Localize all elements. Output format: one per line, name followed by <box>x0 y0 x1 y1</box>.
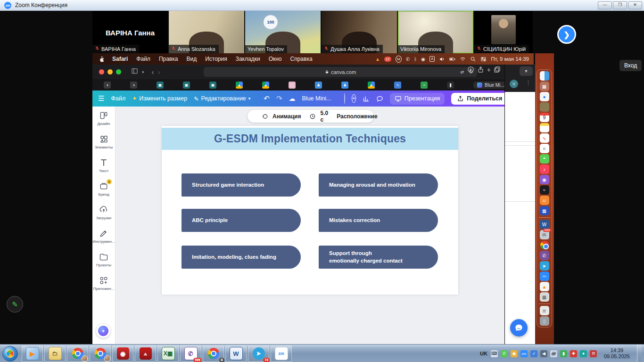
taskbar-zoom-app[interactable]: zm <box>271 346 292 362</box>
tab-green-plus-icon[interactable]: + <box>421 82 428 89</box>
taskbar-clock[interactable]: 14:39 09.05.2025 <box>600 347 634 360</box>
taskbar-chrome-3[interactable]: B <box>203 346 224 362</box>
teal-tray-icon[interactable]: ● <box>580 350 587 357</box>
viber-icon[interactable]: ✆ <box>406 56 410 62</box>
control-center-icon[interactable] <box>480 56 487 62</box>
tab-teal-2-icon[interactable]: ▣ <box>183 82 190 89</box>
vlc-dock-icon[interactable]: ▲ <box>540 282 549 291</box>
sidebar-item-apps[interactable]: Приложен... <box>92 272 115 295</box>
launchpad-icon[interactable]: ▦ <box>540 82 549 91</box>
new-tab-icon[interactable]: + <box>487 66 491 75</box>
network-tray-icon[interactable]: ᚎ <box>550 350 557 357</box>
fitness-icon[interactable]: ∿ <box>540 133 549 143</box>
tab-teal-1-icon[interactable]: ▣ <box>157 82 164 89</box>
help-chat-bubble[interactable] <box>510 319 528 337</box>
share-icon[interactable] <box>477 66 484 75</box>
sidebar-item-brand[interactable]: ♛Бренд <box>92 177 115 201</box>
zoom-traffic-light[interactable] <box>116 69 121 74</box>
share-button[interactable]: Поделиться <box>451 93 508 105</box>
messages-icon[interactable]: ❝ <box>540 154 549 164</box>
sidebar-item-projects[interactable]: Проекты <box>92 248 115 272</box>
taskbar-chrome-2[interactable] <box>90 346 111 362</box>
sidebar-item-elements[interactable]: Элементы <box>92 130 115 154</box>
close-button[interactable]: ✕ <box>628 1 642 9</box>
chevron-down-icon[interactable]: ▾ <box>520 66 533 76</box>
back-icon[interactable]: ‹ <box>152 68 154 76</box>
tab-teal-3-icon[interactable]: ▣ <box>209 82 216 89</box>
menu-item[interactable]: Файл <box>132 56 155 62</box>
participant-tile[interactable]: 100Yevhen Topalov <box>245 11 321 53</box>
next-participants-button[interactable]: ❯ <box>557 25 576 44</box>
redo-icon[interactable]: ↷ <box>276 94 282 103</box>
volume-tray-icon[interactable]: ◀ <box>540 350 547 357</box>
menu-item[interactable]: История <box>201 56 231 62</box>
taskbar-word[interactable]: W <box>225 346 247 362</box>
sidebar-item-design[interactable]: Дизайн <box>92 107 115 130</box>
slide-text-box[interactable]: Support through emotionally charged cont… <box>319 246 438 269</box>
login-button[interactable]: Вход <box>619 60 642 71</box>
sidebar-icon[interactable] <box>131 67 138 76</box>
arrange-button[interactable]: Расположение <box>337 113 377 120</box>
safari-dock-icon[interactable]: ● <box>540 92 549 101</box>
menu-item[interactable]: Справка <box>286 56 317 62</box>
vlc-icon[interactable]: ▲ <box>375 56 380 62</box>
tab-drive-3-icon[interactable]: ▲ <box>368 82 375 89</box>
messenger-tray-icon[interactable]: ✆ <box>501 350 508 357</box>
word-icon[interactable]: W <box>540 220 549 229</box>
comment-icon[interactable] <box>376 95 383 102</box>
downloads-icon[interactable] <box>467 66 474 75</box>
participant-tile[interactable]: СІЦИЛІЦИН Юрій <box>474 11 533 53</box>
account-avatar[interactable]: V <box>510 80 518 88</box>
minimize-traffic-light[interactable] <box>107 69 113 74</box>
editing-mode-button[interactable]: ✎Редактирование▾ <box>194 95 250 102</box>
menu-item[interactable]: Окно <box>264 56 286 62</box>
menu-item[interactable]: Закладки <box>231 56 264 62</box>
doc-title[interactable]: Blue Mini... <box>302 95 331 102</box>
sidebar-item-text[interactable]: Текст <box>92 154 115 177</box>
bluetooth-icon[interactable]: ᛒ <box>414 56 417 62</box>
taskbar-media-player[interactable]: ▶ <box>22 346 43 362</box>
translate-icon[interactable]: ⇄ <box>460 70 464 74</box>
tab-blue-1-icon[interactable]: ♟ <box>315 82 322 89</box>
tab-pink-icon[interactable]: ▢ <box>289 82 296 89</box>
sidebar-chevron-icon[interactable]: ▾ <box>142 70 144 74</box>
maximize-button[interactable]: ❐ <box>613 1 627 9</box>
insights-icon[interactable] <box>363 95 370 102</box>
user-avatar[interactable] <box>344 93 345 104</box>
red-tray-icon[interactable]: ✚ <box>570 350 577 357</box>
taskbar-excel[interactable]: X▦ <box>157 346 179 362</box>
close-traffic-light[interactable] <box>99 69 104 74</box>
slide-canvas[interactable]: G-ESDM Implementation Techniques Structu… <box>162 126 458 295</box>
m-circle-icon[interactable]: M <box>396 56 402 63</box>
mail-icon[interactable]: ✉4358 <box>540 230 549 239</box>
app-brown-icon[interactable] <box>540 102 549 112</box>
menu-item[interactable]: Правка <box>155 56 182 62</box>
sidebar-item-uploads[interactable]: Загрузки <box>92 201 115 224</box>
calendar-icon[interactable]: 9 <box>540 113 549 122</box>
chrome-dock-icon[interactable] <box>540 240 549 250</box>
menu-icon[interactable]: ☰ <box>98 94 104 103</box>
menu-item[interactable]: Вид <box>182 56 201 62</box>
search-icon[interactable] <box>470 56 476 62</box>
keyboard-tray-icon[interactable]: ⌨ <box>491 350 498 357</box>
finder-icon[interactable] <box>540 71 549 81</box>
show-desktop-button[interactable] <box>637 345 642 362</box>
notes-icon[interactable] <box>540 123 549 132</box>
file-menu[interactable]: Файл <box>111 95 125 102</box>
minimize-button[interactable]: — <box>598 1 612 9</box>
taskbar-viber[interactable]: ✆999 <box>180 346 201 362</box>
tab-drive-2-icon[interactable]: ▲ <box>262 82 269 89</box>
battery-icon[interactable] <box>449 56 455 62</box>
chart-tray-icon[interactable]: ▮ <box>560 350 567 357</box>
present-button[interactable]: Презентация <box>390 93 445 105</box>
slide-text-box[interactable]: Managing arousal and motivation <box>319 173 438 197</box>
play-circle-icon[interactable]: ◉ <box>421 56 425 62</box>
music-icon[interactable]: ♪ <box>540 165 549 174</box>
forward-icon[interactable]: › <box>158 68 160 76</box>
menu-app[interactable]: Safari <box>108 56 132 62</box>
zoom-tray-icon[interactable]: zm <box>520 350 528 357</box>
tab-drive-1-icon[interactable]: ▲ <box>236 82 243 89</box>
trash-icon[interactable]: ▯ <box>540 316 549 326</box>
start-button[interactable] <box>2 346 18 362</box>
podcasts-icon[interactable]: ◉ <box>540 175 549 184</box>
